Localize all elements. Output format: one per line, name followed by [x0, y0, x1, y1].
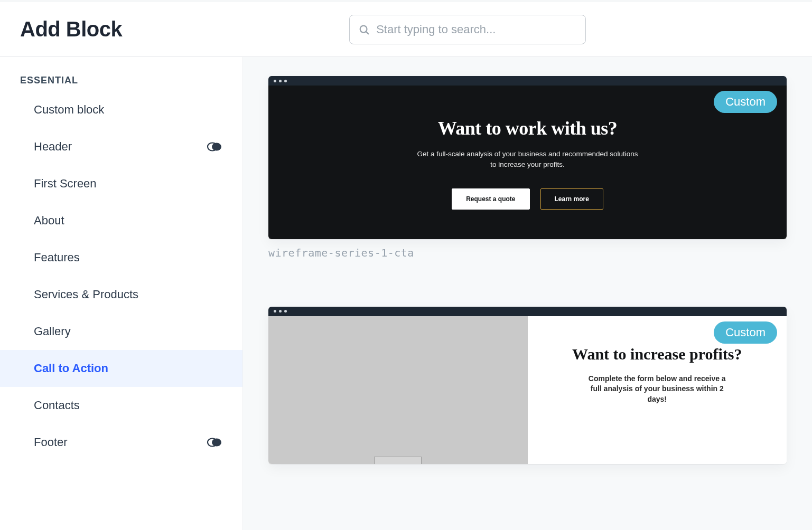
- search-input[interactable]: [376, 23, 577, 36]
- sidebar-item-custom-block[interactable]: Custom block: [0, 91, 242, 128]
- search-wrap: [349, 15, 586, 44]
- window-dot-icon: [279, 80, 282, 82]
- svg-line-1: [366, 31, 368, 33]
- sidebar-item-header[interactable]: Header: [0, 128, 242, 165]
- svg-point-3: [212, 143, 221, 151]
- window-dot-icon: [284, 80, 287, 82]
- block-caption: wireframe-series-1-cta: [268, 247, 787, 259]
- sidebar-item-label: Features: [34, 251, 80, 264]
- preview-area[interactable]: Custom Want to work with us? Get a full-…: [243, 57, 812, 530]
- window-dot-icon: [279, 310, 282, 313]
- cta-heading: Want to work with us?: [290, 117, 766, 139]
- custom-badge: Custom: [714, 321, 777, 344]
- window-dot-icon: [274, 80, 276, 82]
- sidebar-section-label: ESSENTIAL: [0, 75, 242, 91]
- sidebar-item-features[interactable]: Features: [0, 239, 242, 276]
- split-layout: Want to increase profits? Complete the f…: [268, 316, 787, 464]
- sidebar-item-label: About: [34, 214, 64, 228]
- browser-bar: [268, 76, 787, 86]
- cta-heading: Want to increase profits?: [546, 344, 769, 364]
- sidebar-item-label: Footer: [34, 436, 68, 449]
- image-placeholder: [268, 316, 528, 464]
- toggle-icon[interactable]: [207, 437, 222, 448]
- sidebar-item-call-to-action[interactable]: Call to Action: [0, 350, 242, 387]
- custom-badge: Custom: [714, 91, 777, 113]
- sidebar-item-label: Contacts: [34, 399, 80, 412]
- sidebar-item-label: Custom block: [34, 103, 104, 117]
- sidebar-item-label: Call to Action: [34, 362, 108, 375]
- block-preview-card[interactable]: Custom Want to increase profits? Complet…: [268, 307, 787, 464]
- block-preview-card[interactable]: Custom Want to work with us? Get a full-…: [268, 76, 787, 259]
- search-box[interactable]: [349, 15, 586, 44]
- cta-dark-section: Want to work with us? Get a full-scale a…: [268, 86, 787, 239]
- sidebar-item-label: Gallery: [34, 325, 71, 338]
- sidebar-item-label: Services & Products: [34, 288, 138, 301]
- window-dot-icon: [284, 310, 287, 313]
- svg-point-5: [212, 439, 221, 447]
- window-dot-icon: [274, 310, 276, 313]
- sidebar-item-label: First Screen: [34, 177, 97, 191]
- block-preview: Custom Want to increase profits? Complet…: [268, 307, 787, 464]
- learn-more-button[interactable]: Learn more: [540, 188, 603, 210]
- cta-button-row: Request a quote Learn more: [290, 188, 766, 210]
- sidebar-item-about[interactable]: About: [0, 202, 242, 239]
- sidebar-item-first-screen[interactable]: First Screen: [0, 165, 242, 202]
- sidebar-item-footer[interactable]: Footer: [0, 424, 242, 461]
- sidebar: ESSENTIAL Custom block Header First Scre…: [0, 57, 243, 530]
- placeholder-box-icon: [374, 457, 422, 464]
- block-preview: Custom Want to work with us? Get a full-…: [268, 76, 787, 239]
- app-header: Add Block: [0, 0, 812, 57]
- sidebar-item-gallery[interactable]: Gallery: [0, 313, 242, 350]
- browser-bar: [268, 307, 787, 316]
- page-title: Add Block: [20, 17, 122, 41]
- app-body: ESSENTIAL Custom block Header First Scre…: [0, 57, 812, 530]
- cta-subtext: Get a full-scale analysis of your busine…: [417, 149, 639, 171]
- sidebar-item-contacts[interactable]: Contacts: [0, 387, 242, 424]
- request-quote-button[interactable]: Request a quote: [452, 188, 529, 210]
- toggle-icon[interactable]: [207, 141, 222, 152]
- cta-subtext: Complete the form below and receive a fu…: [589, 374, 726, 405]
- sidebar-item-services-products[interactable]: Services & Products: [0, 276, 242, 313]
- search-icon: [358, 24, 370, 35]
- sidebar-item-label: Header: [34, 140, 72, 154]
